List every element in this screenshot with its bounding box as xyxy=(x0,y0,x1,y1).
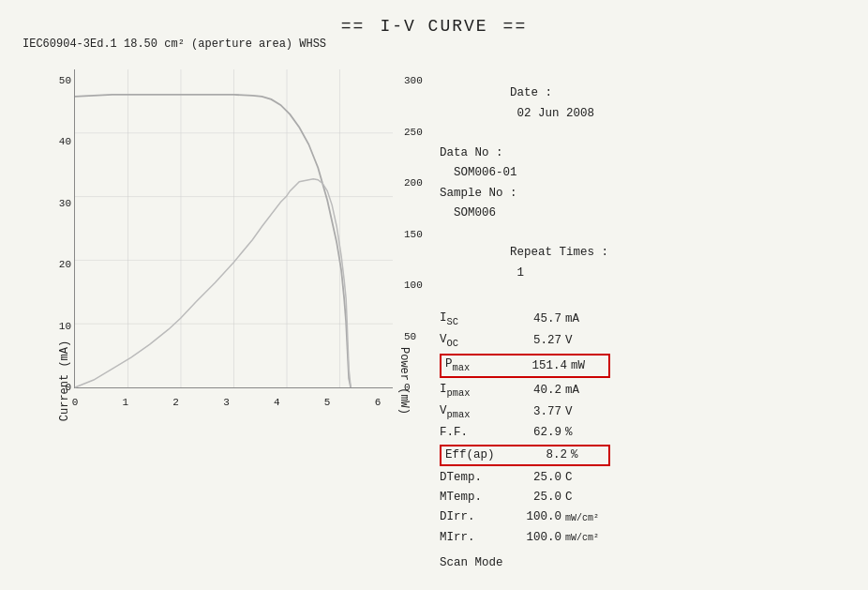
dtemp-label: DTemp. xyxy=(440,468,515,488)
y-axis-label: Current (mA) xyxy=(58,340,71,421)
data-no-value-line: SOM006-01 xyxy=(440,163,836,183)
main-content: Current (mA) 0 10 20 30 40 50 0 50 100 1… xyxy=(22,60,846,590)
y-tick-20: 20 xyxy=(45,259,71,270)
ipmax-value: 40.2 xyxy=(515,381,561,401)
title-dashes-right: == xyxy=(503,17,528,36)
y-tick-right-50: 50 xyxy=(404,331,438,342)
voc-row: VOC 5.27 V xyxy=(440,330,836,352)
eff-row-highlighted: Eff(ap) 8.2 % xyxy=(440,445,610,466)
pmax-row-highlighted: Pmax 151.4 mW xyxy=(440,354,610,377)
vpmax-row: Vpmax 3.77 V xyxy=(440,401,836,423)
x-ticks: 0 1 2 3 4 5 6 xyxy=(75,397,393,408)
dtemp-row: DTemp. 25.0 C xyxy=(440,468,836,488)
vpmax-value: 3.77 xyxy=(515,402,561,422)
x-tick-2: 2 xyxy=(169,397,184,408)
dirr-row: DIrr. 100.0 mW/cm² xyxy=(440,507,836,527)
y-tick-right-100: 100 xyxy=(404,280,438,291)
chart-title: == I-V CURVE == xyxy=(22,17,846,36)
isc-unit: mA xyxy=(561,310,599,329)
dirr-label: DIrr. xyxy=(440,507,515,527)
y-tick-right-250: 250 xyxy=(404,127,438,138)
chart-container: 0 10 20 30 40 50 0 50 100 150 200 250 30… xyxy=(74,69,393,388)
mirr-value: 100.0 xyxy=(515,528,561,548)
info-panel: Date : 02 Jun 2008 Data No : SOM006-01 S… xyxy=(421,60,846,590)
ff-unit: % xyxy=(561,423,599,443)
dtemp-value: 25.0 xyxy=(515,468,561,488)
y-tick-40: 40 xyxy=(45,136,71,147)
scan-mode-label: Scan Mode xyxy=(440,553,836,573)
dtemp-unit: C xyxy=(561,468,599,488)
title-text: I-V CURVE xyxy=(380,17,487,36)
y-ticks-right: 0 50 100 150 200 250 300 xyxy=(404,69,438,387)
ff-value: 62.9 xyxy=(515,423,561,443)
dirr-unit: mW/cm² xyxy=(561,510,599,526)
ipmax-label: Ipmax xyxy=(440,380,515,401)
isc-label: ISC xyxy=(440,309,515,330)
eff-label: Eff(ap) xyxy=(445,446,520,464)
x-tick-6: 6 xyxy=(370,397,385,408)
isc-row: ISC 45.7 mA xyxy=(440,309,836,330)
title-dashes-left: == xyxy=(341,17,366,36)
y-tick-right-150: 150 xyxy=(404,229,438,240)
x-tick-1: 1 xyxy=(118,397,133,408)
pmax-value: 151.4 xyxy=(520,357,567,375)
pmax-unit: mW xyxy=(567,357,605,375)
vpmax-unit: V xyxy=(561,402,599,422)
date-section: Date : 02 Jun 2008 Data No : SOM006-01 S… xyxy=(440,64,836,303)
pmax-label: Pmax xyxy=(445,356,520,375)
repeat-value: 1 xyxy=(510,266,524,280)
scan-mode-value: ISC to VOC xyxy=(440,573,836,590)
mtemp-unit: C xyxy=(561,488,599,507)
x-tick-0: 0 xyxy=(67,397,82,408)
mirr-label: MIrr. xyxy=(440,528,515,548)
vpmax-label: Vpmax xyxy=(440,401,515,423)
x-tick-3: 3 xyxy=(218,397,233,408)
voc-value: 5.27 xyxy=(515,331,561,351)
x-tick-5: 5 xyxy=(320,397,335,408)
mirr-unit: mW/cm² xyxy=(561,530,599,546)
mtemp-value: 25.0 xyxy=(515,488,561,507)
x-tick-4: 4 xyxy=(269,397,284,408)
scan-mode-section: Scan Mode ISC to VOC xyxy=(440,553,836,590)
repeat-line: Repeat Times : 1 xyxy=(440,223,836,303)
y-tick-10: 10 xyxy=(45,321,71,332)
isc-value: 45.7 xyxy=(515,310,561,329)
sample-no-value-line: SOM006 xyxy=(440,204,836,223)
chart-svg xyxy=(75,69,393,387)
y-tick-30: 30 xyxy=(45,198,71,209)
eff-unit: % xyxy=(567,446,605,464)
y-tick-0: 0 xyxy=(45,382,71,393)
ff-label: F.F. xyxy=(440,423,515,443)
y-tick-right-300: 300 xyxy=(404,75,438,86)
y-axis-label-right: Power (mW) xyxy=(397,347,411,415)
dirr-value: 100.0 xyxy=(515,507,561,527)
y-tick-50: 50 xyxy=(45,75,71,86)
repeat-label: Repeat Times : xyxy=(510,246,608,259)
measurements-section: ISC 45.7 mA VOC 5.27 V Pmax 151.4 mW xyxy=(440,309,836,548)
chart-area: Current (mA) 0 10 20 30 40 50 0 50 100 1… xyxy=(22,60,421,590)
data-no-label-line: Data No : xyxy=(440,144,836,163)
eff-value: 8.2 xyxy=(520,446,567,464)
voc-unit: V xyxy=(561,331,599,351)
ff-row: F.F. 62.9 % xyxy=(440,423,836,443)
mirr-row: MIrr. 100.0 mW/cm² xyxy=(440,528,836,548)
date-value: 02 Jun 2008 xyxy=(510,107,594,120)
sample-no-label-line: Sample No : xyxy=(440,184,836,204)
mtemp-row: MTemp. 25.0 C xyxy=(440,488,836,507)
voc-label: VOC xyxy=(440,330,515,352)
ipmax-unit: mA xyxy=(561,381,599,401)
ipmax-row: Ipmax 40.2 mA xyxy=(440,380,836,401)
date-label: Date : xyxy=(510,86,552,99)
y-tick-right-200: 200 xyxy=(404,177,438,189)
mtemp-label: MTemp. xyxy=(440,488,515,507)
page-header: == I-V CURVE == IEC60904-3Ed.1 18.50 cm²… xyxy=(22,17,846,51)
date-line: Date : 02 Jun 2008 xyxy=(440,64,836,144)
chart-subtitle: IEC60904-3Ed.1 18.50 cm² (aperture area)… xyxy=(22,38,846,51)
